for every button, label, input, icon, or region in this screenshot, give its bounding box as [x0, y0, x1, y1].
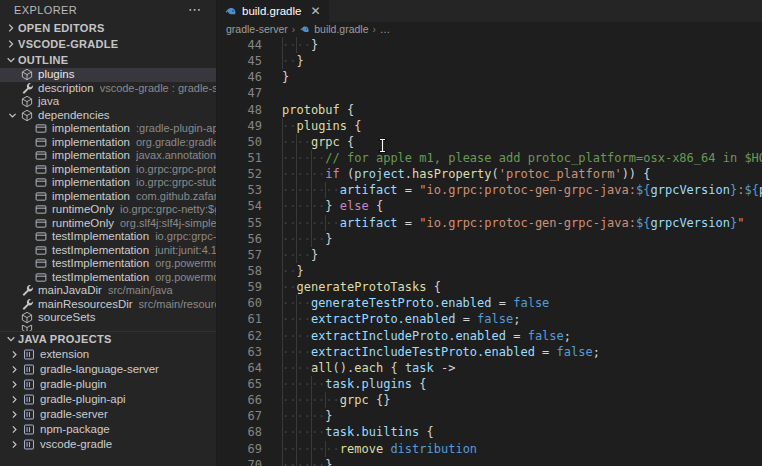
line-number[interactable]: 51: [217, 150, 262, 166]
code-line-59[interactable]: 59··generateProtoTasks {: [217, 279, 762, 295]
outline-item-dependencies[interactable]: dependencies: [0, 109, 216, 123]
line-number[interactable]: 62: [217, 328, 262, 344]
line-number[interactable]: 44: [217, 37, 262, 53]
code-line-70[interactable]: 70······}: [217, 457, 762, 466]
line-number[interactable]: 67: [217, 408, 262, 424]
code-line-57[interactable]: 57····}: [217, 247, 762, 263]
breadcrumb-folder[interactable]: gradle-server: [226, 23, 288, 35]
chevron-right-icon[interactable]: [8, 423, 21, 436]
java-project-extension[interactable]: extension: [0, 347, 216, 362]
code-line-51[interactable]: 51······// for apple m1, please add prot…: [217, 150, 762, 166]
section-java-projects[interactable]: JAVA PROJECTS: [0, 331, 216, 347]
close-tab-icon[interactable]: ✕: [310, 4, 320, 18]
outline-item-testImplementation[interactable]: testImplementationorg.powermock:powermoc…: [0, 271, 216, 285]
line-number[interactable]: 70: [217, 457, 262, 466]
code-line-64[interactable]: 64····all().each { task ->: [217, 360, 762, 376]
code-line-50[interactable]: 50····grpc {: [217, 134, 762, 150]
chevron-right-icon[interactable]: [8, 408, 21, 421]
line-number[interactable]: 52: [217, 166, 262, 182]
code-line-52[interactable]: 52······if (project.hasProperty('protoc_…: [217, 166, 762, 182]
outline-item-implementation[interactable]: implementationjavax.annotation:javax.ann…: [0, 149, 216, 163]
line-number[interactable]: 64: [217, 360, 262, 376]
outline-item-implementation[interactable]: implementationorg.gradle:gradle-tooling-…: [0, 136, 216, 150]
java-project-gradle-server[interactable]: gradle-server: [0, 407, 216, 422]
section-open-editors[interactable]: OPEN EDITORS: [0, 20, 216, 36]
line-number[interactable]: 47: [217, 85, 262, 101]
java-project-gradle-language-server[interactable]: gradle-language-server: [0, 362, 216, 377]
chevron-down-icon: [4, 332, 18, 346]
code-line-60[interactable]: 60····generateTestProto.enabled = false: [217, 295, 762, 311]
line-number[interactable]: 55: [217, 215, 262, 231]
section-vscode-gradle[interactable]: VSCODE-GRADLE: [0, 36, 216, 52]
more-actions-icon[interactable]: ⋯: [188, 0, 202, 20]
outline-item-description[interactable]: descriptionvscode-gradle : gradle-server: [0, 82, 216, 96]
chevron-right-icon[interactable]: [8, 363, 21, 376]
line-number[interactable]: 48: [217, 102, 262, 118]
line-number[interactable]: 69: [217, 441, 262, 457]
code-line-54[interactable]: 54······} else {: [217, 198, 762, 214]
line-number[interactable]: 57: [217, 247, 262, 263]
outline-item-runtimeOnly[interactable]: runtimeOnlyio.grpc:grpc-netty:$grpcVersi…: [0, 203, 216, 217]
code-line-67[interactable]: 67······}: [217, 408, 762, 424]
tab-build-gradle[interactable]: build.gradle ✕: [217, 0, 329, 22]
line-number[interactable]: 65: [217, 376, 262, 392]
code-line-69[interactable]: 69········remove distribution: [217, 441, 762, 457]
line-number[interactable]: 54: [217, 198, 262, 214]
java-project-gradle-plugin[interactable]: gradle-plugin: [0, 377, 216, 392]
outline-item-mainResourcesDir[interactable]: mainResourcesDirsrc/main/resources: [0, 298, 216, 312]
java-project-vscode-gradle[interactable]: vscode-gradle: [0, 437, 216, 452]
code-line-56[interactable]: 56······}: [217, 231, 762, 247]
code-line-58[interactable]: 58··}: [217, 263, 762, 279]
section-outline[interactable]: OUTLINE: [0, 52, 216, 68]
chevron-right-icon[interactable]: [8, 348, 21, 361]
code-line-66[interactable]: 66········grpc {}: [217, 392, 762, 408]
line-number[interactable]: 68: [217, 424, 262, 440]
breadcrumb-symbol-more[interactable]: …: [380, 23, 391, 35]
code-line-53[interactable]: 53········artifact = "io.grpc:protoc-gen…: [217, 182, 762, 198]
code-line-62[interactable]: 62····extractIncludeProto.enabled = fals…: [217, 328, 762, 344]
code-line-46[interactable]: 46}: [217, 69, 762, 85]
outline-item-plugins[interactable]: plugins: [0, 68, 216, 82]
line-number[interactable]: 63: [217, 344, 262, 360]
code-line-47[interactable]: 47: [217, 85, 762, 101]
line-number[interactable]: 53: [217, 182, 262, 198]
code-editor[interactable]: 44····}45··}46}4748protobuf {49··plugins…: [217, 36, 762, 466]
code-line-49[interactable]: 49··plugins {: [217, 118, 762, 134]
code-line-63[interactable]: 63····extractIncludeTestProto.enabled = …: [217, 344, 762, 360]
line-number[interactable]: 61: [217, 311, 262, 327]
outline-item-runtimeOnly[interactable]: runtimeOnlyorg.slf4j:slf4j-simple:2.0.0-…: [0, 217, 216, 231]
outline-item-implementation[interactable]: implementationcom.github.zafarkhaja:java…: [0, 190, 216, 204]
line-number[interactable]: 50: [217, 134, 262, 150]
outline-item-testImplementation[interactable]: testImplementationio.grpc:grpc-testing:$…: [0, 230, 216, 244]
outline-item-sourceSets[interactable]: sourceSets: [0, 311, 216, 325]
breadcrumb-file[interactable]: build.gradle: [314, 23, 368, 35]
chevron-down-icon[interactable]: [6, 109, 19, 122]
line-number[interactable]: 49: [217, 118, 262, 134]
code-line-45[interactable]: 45··}: [217, 53, 762, 69]
line-number[interactable]: 66: [217, 392, 262, 408]
chevron-right-icon[interactable]: [8, 378, 21, 391]
outline-item-mainJavaDir[interactable]: mainJavaDirsrc/main/java: [0, 284, 216, 298]
line-number[interactable]: 56: [217, 231, 262, 247]
outline-item-java[interactable]: java: [0, 95, 216, 109]
line-number[interactable]: 46: [217, 69, 262, 85]
code-line-61[interactable]: 61····extractProto.enabled = false;: [217, 311, 762, 327]
code-line-55[interactable]: 55········artifact = "io.grpc:protoc-gen…: [217, 215, 762, 231]
code-line-44[interactable]: 44····}: [217, 37, 762, 53]
code-line-65[interactable]: 65······task.plugins {: [217, 376, 762, 392]
java-project-npm-package[interactable]: npm-package: [0, 422, 216, 437]
chevron-right-icon[interactable]: [8, 393, 21, 406]
outline-item-implementation[interactable]: implementationio.grpc:grpc-stub:$grpcVer…: [0, 176, 216, 190]
line-number[interactable]: 60: [217, 295, 262, 311]
chevron-right-icon[interactable]: [8, 438, 21, 451]
line-number[interactable]: 58: [217, 263, 262, 279]
outline-item-testImplementation[interactable]: testImplementationjunit:junit:4.13.1: [0, 244, 216, 258]
java-project-gradle-plugin-api[interactable]: gradle-plugin-api: [0, 392, 216, 407]
line-number[interactable]: 59: [217, 279, 262, 295]
outline-item-implementation[interactable]: implementationio.grpc:grpc-protobuf:$grp…: [0, 163, 216, 177]
code-line-48[interactable]: 48protobuf {: [217, 102, 762, 118]
outline-item-implementation[interactable]: implementation:gradle-plugin-api: [0, 122, 216, 136]
line-number[interactable]: 45: [217, 53, 262, 69]
code-line-68[interactable]: 68······task.builtins {: [217, 424, 762, 440]
outline-item-testImplementation[interactable]: testImplementationorg.powermock:powermoc…: [0, 257, 216, 271]
